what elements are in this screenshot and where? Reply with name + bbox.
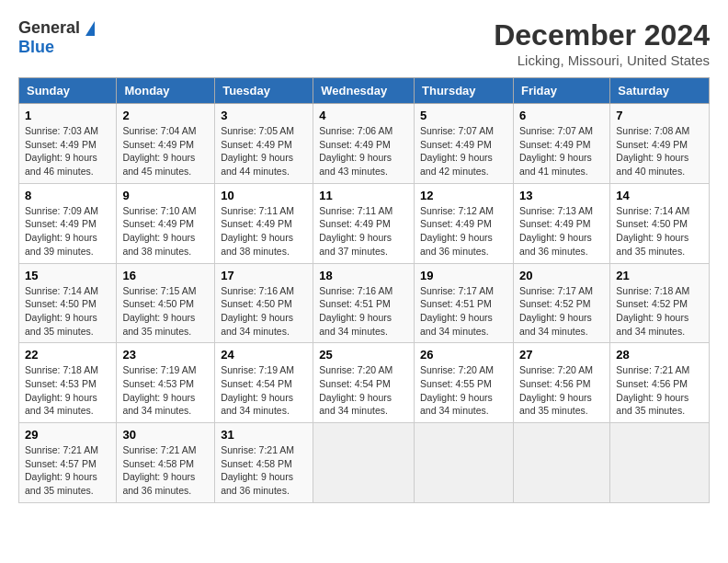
title-area: December 2024 Licking, Missouri, United … xyxy=(494,18,710,68)
day-number-2: 2 xyxy=(122,109,209,122)
logo-triangle xyxy=(85,21,95,36)
empty-cell-1 xyxy=(313,423,415,503)
logo-general: General xyxy=(18,18,80,38)
day-number-1: 1 xyxy=(25,109,110,122)
day-number-24: 24 xyxy=(221,348,307,362)
day-cell-7: 7 Sunrise: 7:08 AM Sunset: 4:49 PM Dayli… xyxy=(610,104,710,184)
day-number-6: 6 xyxy=(519,109,604,122)
day-number-12: 12 xyxy=(420,189,507,202)
day-cell-10: 10 Sunrise: 7:11 AM Sunset: 4:49 PM Dayl… xyxy=(215,183,313,263)
day-cell-12: 12 Sunrise: 7:12 AM Sunset: 4:49 PM Dayl… xyxy=(415,183,514,263)
day-number-27: 27 xyxy=(519,348,604,362)
empty-cell-2 xyxy=(415,423,514,503)
day-number-9: 9 xyxy=(122,189,209,202)
calendar-week-2: 8 Sunrise: 7:09 AM Sunset: 4:49 PM Dayli… xyxy=(19,183,710,263)
day-cell-1: 1 Sunrise: 7:03 AM Sunset: 4:49 PM Dayli… xyxy=(19,104,117,184)
day-number-8: 8 xyxy=(25,189,110,202)
day-cell-2: 2 Sunrise: 7:04 AM Sunset: 4:49 PM Dayli… xyxy=(117,104,215,184)
day-number-16: 16 xyxy=(122,269,209,282)
day-number-21: 21 xyxy=(616,269,703,282)
calendar-week-5: 29 Sunrise: 7:21 AM Sunset: 4:57 PM Dayl… xyxy=(19,423,710,503)
day-cell-15: 15 Sunrise: 7:14 AM Sunset: 4:50 PM Dayl… xyxy=(19,263,117,343)
day-cell-19: 19 Sunrise: 7:17 AM Sunset: 4:51 PM Dayl… xyxy=(415,263,514,343)
col-thursday: Thursday xyxy=(415,78,514,104)
subtitle: Licking, Missouri, United States xyxy=(494,52,710,68)
day-info-3: Sunrise: 7:05 AM Sunset: 4:49 PM Dayligh… xyxy=(221,124,307,178)
day-number-14: 14 xyxy=(616,189,703,202)
day-cell-25: 25 Sunrise: 7:20 AM Sunset: 4:54 PM Dayl… xyxy=(313,343,415,423)
day-cell-17: 17 Sunrise: 7:16 AM Sunset: 4:50 PM Dayl… xyxy=(215,263,313,343)
day-cell-24: 24 Sunrise: 7:19 AM Sunset: 4:54 PM Dayl… xyxy=(215,343,313,423)
day-cell-9: 9 Sunrise: 7:10 AM Sunset: 4:49 PM Dayli… xyxy=(117,183,215,263)
empty-cell-3 xyxy=(513,423,609,503)
day-number-17: 17 xyxy=(221,269,307,282)
col-wednesday: Wednesday xyxy=(313,78,415,104)
day-number-25: 25 xyxy=(319,348,408,362)
calendar-week-1: 1 Sunrise: 7:03 AM Sunset: 4:49 PM Dayli… xyxy=(19,104,710,184)
day-cell-20: 20 Sunrise: 7:17 AM Sunset: 4:52 PM Dayl… xyxy=(513,263,609,343)
col-sunday: Sunday xyxy=(19,78,117,104)
day-cell-14: 14 Sunrise: 7:14 AM Sunset: 4:50 PM Dayl… xyxy=(610,183,710,263)
day-number-15: 15 xyxy=(25,269,110,282)
day-number-23: 23 xyxy=(122,348,209,362)
day-number-29: 29 xyxy=(25,428,110,442)
day-cell-4: 4 Sunrise: 7:06 AM Sunset: 4:49 PM Dayli… xyxy=(313,104,415,184)
empty-cell-4 xyxy=(610,423,710,503)
day-number-11: 11 xyxy=(319,189,408,202)
day-number-3: 3 xyxy=(221,109,307,122)
day-info-1: Sunrise: 7:03 AM Sunset: 4:49 PM Dayligh… xyxy=(25,124,110,178)
day-info-4: Sunrise: 7:06 AM Sunset: 4:49 PM Dayligh… xyxy=(319,124,408,178)
logo: General Blue xyxy=(18,18,95,57)
day-cell-18: 18 Sunrise: 7:16 AM Sunset: 4:51 PM Dayl… xyxy=(313,263,415,343)
calendar-week-4: 22 Sunrise: 7:18 AM Sunset: 4:53 PM Dayl… xyxy=(19,343,710,423)
col-saturday: Saturday xyxy=(610,78,710,104)
day-cell-23: 23 Sunrise: 7:19 AM Sunset: 4:53 PM Dayl… xyxy=(117,343,215,423)
day-number-18: 18 xyxy=(319,269,408,282)
day-number-20: 20 xyxy=(519,269,604,282)
day-number-26: 26 xyxy=(420,348,507,362)
header: General Blue December 2024 Licking, Miss… xyxy=(18,18,710,68)
col-tuesday: Tuesday xyxy=(215,78,313,104)
day-cell-6: 6 Sunrise: 7:07 AM Sunset: 4:49 PM Dayli… xyxy=(513,104,609,184)
day-cell-31: 31 Sunrise: 7:21 AM Sunset: 4:58 PM Dayl… xyxy=(215,423,313,503)
day-number-28: 28 xyxy=(616,348,703,362)
calendar-week-3: 15 Sunrise: 7:14 AM Sunset: 4:50 PM Dayl… xyxy=(19,263,710,343)
day-info-2: Sunrise: 7:04 AM Sunset: 4:49 PM Dayligh… xyxy=(122,124,209,178)
day-number-31: 31 xyxy=(221,428,307,442)
day-cell-28: 28 Sunrise: 7:21 AM Sunset: 4:56 PM Dayl… xyxy=(610,343,710,423)
day-cell-5: 5 Sunrise: 7:07 AM Sunset: 4:49 PM Dayli… xyxy=(415,104,514,184)
main-title: December 2024 xyxy=(494,18,710,52)
col-friday: Friday xyxy=(513,78,609,104)
day-info-7: Sunrise: 7:08 AM Sunset: 4:49 PM Dayligh… xyxy=(616,124,703,178)
day-cell-8: 8 Sunrise: 7:09 AM Sunset: 4:49 PM Dayli… xyxy=(19,183,117,263)
day-number-13: 13 xyxy=(519,189,604,202)
day-cell-3: 3 Sunrise: 7:05 AM Sunset: 4:49 PM Dayli… xyxy=(215,104,313,184)
day-number-5: 5 xyxy=(420,109,507,122)
day-cell-26: 26 Sunrise: 7:20 AM Sunset: 4:55 PM Dayl… xyxy=(415,343,514,423)
logo-blue: Blue xyxy=(18,38,54,57)
day-info-5: Sunrise: 7:07 AM Sunset: 4:49 PM Dayligh… xyxy=(420,124,507,178)
day-info-6: Sunrise: 7:07 AM Sunset: 4:49 PM Dayligh… xyxy=(519,124,604,178)
day-cell-21: 21 Sunrise: 7:18 AM Sunset: 4:52 PM Dayl… xyxy=(610,263,710,343)
day-number-22: 22 xyxy=(25,348,110,362)
day-cell-27: 27 Sunrise: 7:20 AM Sunset: 4:56 PM Dayl… xyxy=(513,343,609,423)
col-monday: Monday xyxy=(117,78,215,104)
day-number-19: 19 xyxy=(420,269,507,282)
calendar-table: Sunday Monday Tuesday Wednesday Thursday… xyxy=(18,77,710,503)
day-cell-11: 11 Sunrise: 7:11 AM Sunset: 4:49 PM Dayl… xyxy=(313,183,415,263)
day-number-7: 7 xyxy=(616,109,703,122)
day-number-30: 30 xyxy=(122,428,209,442)
day-cell-30: 30 Sunrise: 7:21 AM Sunset: 4:58 PM Dayl… xyxy=(117,423,215,503)
calendar-header-row: Sunday Monday Tuesday Wednesday Thursday… xyxy=(19,78,710,104)
day-cell-16: 16 Sunrise: 7:15 AM Sunset: 4:50 PM Dayl… xyxy=(117,263,215,343)
day-cell-22: 22 Sunrise: 7:18 AM Sunset: 4:53 PM Dayl… xyxy=(19,343,117,423)
day-number-4: 4 xyxy=(319,109,408,122)
day-number-10: 10 xyxy=(221,189,307,202)
day-cell-29: 29 Sunrise: 7:21 AM Sunset: 4:57 PM Dayl… xyxy=(19,423,117,503)
day-cell-13: 13 Sunrise: 7:13 AM Sunset: 4:49 PM Dayl… xyxy=(513,183,609,263)
